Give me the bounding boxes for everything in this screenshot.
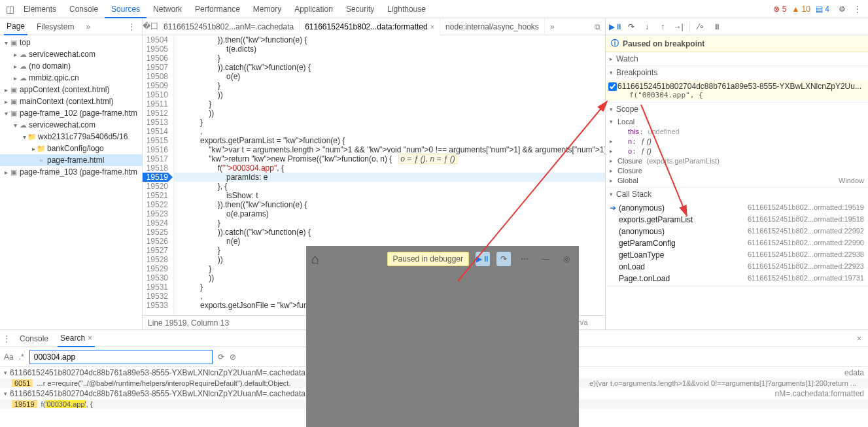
- error-badge[interactable]: ⊗ 5: [773, 5, 786, 14]
- tree-item[interactable]: ▾▣page-frame_102 (page-frame.htm: [0, 107, 142, 119]
- tab-elements[interactable]: Elements: [17, 0, 63, 18]
- match-case-button[interactable]: Aa: [4, 352, 14, 362]
- tab-security[interactable]: Security: [339, 0, 381, 18]
- paused-overlay: ⌂ Paused in debugger ▶⏸ ↷ ⋯ — ◎: [306, 246, 579, 427]
- debugger-panel: ▶⏸ ↷ ↓ ↑ →| ⁄∘ ⏸ ⓘ Paused on breakpoint …: [606, 18, 868, 330]
- scope-closure-1[interactable]: ▸Closure (exports.getParamList): [606, 156, 868, 166]
- scope-section-header[interactable]: ▾Scope: [606, 103, 868, 116]
- navtab-page[interactable]: Page: [4, 18, 27, 35]
- tab-application[interactable]: Application: [288, 0, 339, 18]
- tree-item[interactable]: ▸📁bankConfig/logo: [0, 143, 142, 154]
- tree-item[interactable]: ▸☁(no domain): [0, 60, 142, 72]
- messages-badge[interactable]: ▤ 4: [816, 5, 829, 14]
- file-tabs: �囗 61166152451b802...anM=.cachedata 6116…: [143, 18, 605, 35]
- tree-item[interactable]: ▸▣page-frame_103 (page-frame.htm: [0, 166, 142, 178]
- file-tabs-more-icon[interactable]: »: [545, 22, 560, 31]
- regex-button[interactable]: .*: [19, 352, 24, 362]
- file-tree[interactable]: ▾▣top▸☁servicewechat.com▸☁(no domain)▸☁m…: [0, 35, 142, 330]
- pause-on-exceptions-button[interactable]: ⏸: [710, 20, 724, 34]
- resume-button[interactable]: ▶⏸: [608, 20, 623, 34]
- more-icon[interactable]: ⋮: [850, 5, 865, 14]
- file-tab-2[interactable]: node:internal/async_hooks: [440, 18, 545, 35]
- callstack-frame[interactable]: getParamConfig61166152451b802...ormatted…: [606, 237, 868, 249]
- step-over-button[interactable]: ↷: [624, 20, 638, 34]
- overlay-target-icon[interactable]: ◎: [559, 252, 574, 266]
- tab-console[interactable]: Console: [63, 0, 105, 18]
- callstack-frame[interactable]: (anonymous)61166152451b802...ormatted:22…: [606, 226, 868, 237]
- overlay-step-button[interactable]: ↷: [496, 252, 511, 266]
- paused-chip: Paused in debugger: [387, 252, 469, 266]
- drawer-tab-console[interactable]: Console: [17, 331, 51, 347]
- breakpoints-section-header[interactable]: ▾Breakpoints: [606, 66, 868, 79]
- scope-global[interactable]: ▸GlobalWindow: [606, 176, 868, 186]
- tab-performance[interactable]: Performance: [188, 0, 247, 18]
- warn-badge[interactable]: ▲ 10: [791, 5, 810, 14]
- callstack-frame[interactable]: exports.getParamList61166152451b802...or…: [606, 214, 868, 226]
- tree-item[interactable]: ▾☁servicewechat.com: [0, 119, 142, 131]
- clear-button[interactable]: ⊘: [230, 352, 236, 362]
- tree-item[interactable]: ▸☁servicewechat.com: [0, 48, 142, 60]
- scope-variable[interactable]: this: undefined: [606, 127, 868, 137]
- drawer-close-icon[interactable]: ×: [857, 334, 861, 343]
- scope-variable[interactable]: ▸n: ƒ (): [606, 137, 868, 146]
- watch-section-header[interactable]: ▸Watch: [606, 52, 868, 65]
- overlay-minimize-icon[interactable]: —: [538, 252, 553, 266]
- breakpoint-checkbox[interactable]: [608, 82, 617, 91]
- file-tab-1[interactable]: 61166152451b802...data:formatted×: [300, 18, 440, 35]
- tab-sources[interactable]: Sources: [105, 0, 147, 18]
- pause-banner: ⓘ Paused on breakpoint: [606, 35, 868, 52]
- drawer-tab-search[interactable]: Search×: [58, 330, 95, 347]
- scope-local[interactable]: ▾Local: [606, 117, 868, 127]
- settings-icon[interactable]: ⚙: [835, 5, 850, 14]
- step-out-button[interactable]: ↑: [655, 20, 670, 34]
- overlay-resume-button[interactable]: ▶⏸: [476, 252, 490, 266]
- tree-item[interactable]: ▸☁mmbiz.qpic.cn: [0, 72, 142, 84]
- tree-item[interactable]: ▸▣appContext (context.html): [0, 84, 142, 95]
- inspect-icon[interactable]: ◫: [3, 4, 17, 14]
- file-tab-0[interactable]: 61166152451b802...anM=.cachedata: [158, 18, 300, 35]
- tree-item[interactable]: ▫page-frame.html: [0, 154, 142, 166]
- tree-item[interactable]: ▸▣mainContext (context.html): [0, 95, 142, 107]
- step-button[interactable]: →|: [671, 20, 686, 34]
- scope-closure-2[interactable]: ▸Closure: [606, 166, 868, 176]
- navigator-tabs: Page Filesystem » ⋮: [0, 18, 142, 35]
- callstack-section-header[interactable]: ▾Call Stack: [606, 188, 868, 201]
- drawer-kebab-icon[interactable]: ⋮: [3, 334, 10, 343]
- search-input[interactable]: [29, 350, 213, 364]
- navigator-panel: Page Filesystem » ⋮ ▾▣top▸☁servicewechat…: [0, 18, 143, 330]
- tree-item[interactable]: ▾📁wxb2131c779a5406d5/16: [0, 131, 142, 143]
- nav-toggle-icon[interactable]: �囗: [143, 21, 158, 32]
- deactivate-breakpoints-button[interactable]: ⁄∘: [694, 20, 708, 34]
- tab-lighthouse[interactable]: Lighthouse: [381, 0, 432, 18]
- navtab-kebab-icon[interactable]: ⋮: [125, 19, 138, 35]
- navtab-more-icon[interactable]: »: [83, 19, 93, 35]
- devtools-tabs: ◫ Elements Console Sources Network Perfo…: [0, 0, 868, 18]
- scope-variable[interactable]: ▸o: ƒ (): [606, 146, 868, 156]
- callstack-frame[interactable]: onLoad61166152451b802...ormatted:22923: [606, 261, 868, 273]
- callstack-frame[interactable]: Page.t.onLoad61166152451b802...ormatted:…: [606, 273, 868, 284]
- overlay-more-icon[interactable]: ⋯: [517, 252, 532, 266]
- navtab-filesystem[interactable]: Filesystem: [34, 19, 77, 35]
- tree-item[interactable]: ▾▣top: [0, 37, 142, 48]
- file-tabs-toggle-icon[interactable]: ⧉: [589, 22, 605, 31]
- pause-reason: Paused on breakpoint: [623, 39, 704, 48]
- callstack-frame[interactable]: getLoanType61166152451b802...ormatted:22…: [606, 249, 868, 261]
- callstack-frame[interactable]: ➔(anonymous)61166152451b802...ormatted:1…: [606, 202, 868, 214]
- home-icon[interactable]: ⌂: [311, 252, 319, 267]
- debug-toolbar: ▶⏸ ↷ ↓ ↑ →| ⁄∘ ⏸: [606, 18, 868, 35]
- tab-network[interactable]: Network: [147, 0, 188, 18]
- breakpoint-item[interactable]: 61166152451b802704dc88b761a89e53-8555-YX…: [606, 80, 868, 101]
- close-icon[interactable]: ×: [430, 23, 434, 31]
- info-icon: ⓘ: [611, 38, 619, 49]
- tab-memory[interactable]: Memory: [247, 0, 288, 18]
- step-into-button[interactable]: ↓: [640, 20, 654, 34]
- cursor-position: Line 19519, Column 13: [148, 318, 229, 328]
- refresh-button[interactable]: ⟳: [218, 352, 224, 362]
